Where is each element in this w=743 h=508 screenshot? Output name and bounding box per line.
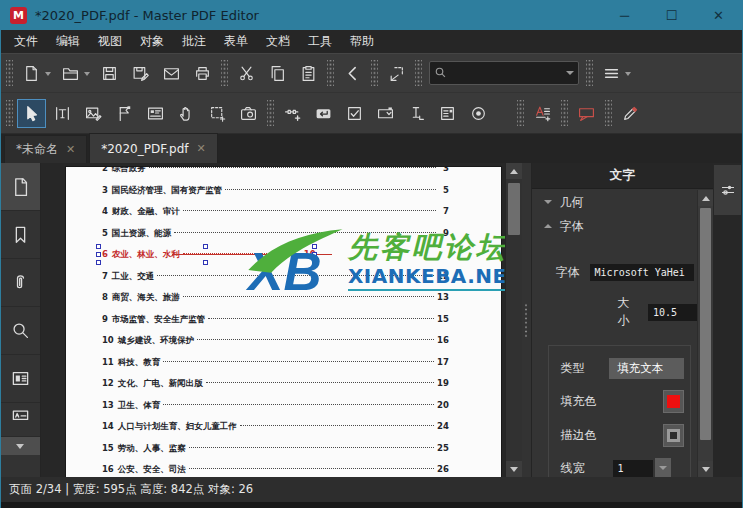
print-button[interactable] bbox=[188, 59, 217, 88]
menu-item-forms[interactable]: 表单 bbox=[215, 30, 257, 53]
document-scrollbar[interactable] bbox=[505, 163, 522, 477]
scrollbar-thumb[interactable] bbox=[508, 183, 520, 235]
sidebar-attachments-button[interactable] bbox=[1, 259, 40, 307]
toolbar-grip[interactable] bbox=[6, 60, 13, 86]
section-font[interactable]: 字体 bbox=[532, 214, 698, 238]
selection-handle[interactable] bbox=[96, 244, 101, 249]
note-add-button[interactable] bbox=[528, 99, 557, 128]
menu-lines-button[interactable] bbox=[597, 59, 626, 88]
toc-row[interactable]: 11科技、教育17 bbox=[102, 352, 449, 374]
scroll-up-button[interactable] bbox=[698, 190, 713, 206]
toc-row[interactable]: 12文化、广电、新闻出版19 bbox=[102, 373, 449, 395]
eraser-pen-button[interactable] bbox=[616, 99, 645, 128]
section-geometry[interactable]: 几何 bbox=[532, 190, 698, 214]
menu-item-object[interactable]: 对象 bbox=[131, 30, 173, 53]
checkbox-button[interactable] bbox=[340, 99, 369, 128]
toolbar-grip[interactable] bbox=[586, 60, 593, 86]
link-add-button[interactable] bbox=[278, 99, 307, 128]
font-size-input[interactable]: 10.5 bbox=[648, 304, 697, 321]
combobox-button[interactable] bbox=[371, 99, 400, 128]
select-arrow-button[interactable] bbox=[17, 99, 46, 128]
toolbar-grip[interactable] bbox=[371, 60, 378, 86]
selection-handle[interactable] bbox=[96, 252, 101, 257]
toolbar-grip[interactable] bbox=[517, 100, 524, 126]
chevron-down-icon[interactable] bbox=[566, 71, 574, 75]
sidebar-form-fields-button[interactable] bbox=[1, 355, 40, 403]
hand-button[interactable] bbox=[172, 99, 201, 128]
sidebar-page-thumbnails-button[interactable] bbox=[1, 163, 40, 211]
toc-row[interactable]: 15劳动、人事、监察25 bbox=[102, 438, 449, 460]
callout-button[interactable] bbox=[572, 99, 601, 128]
toolbar-search-input[interactable] bbox=[447, 67, 566, 79]
line-width-dropdown[interactable] bbox=[655, 458, 671, 477]
menu-item-file[interactable]: 文件 bbox=[5, 30, 47, 53]
properties-tab[interactable] bbox=[714, 165, 741, 215]
menu-item-view[interactable]: 视图 bbox=[89, 30, 131, 53]
toc-row[interactable]: 4财政、金融、审计7 bbox=[102, 201, 449, 223]
menu-item-document[interactable]: 文档 bbox=[257, 30, 299, 53]
titlebar[interactable]: M *2020_PDF.pdf - Master PDF Editor ─☐✕ bbox=[1, 0, 742, 30]
stroke-color-button[interactable] bbox=[663, 424, 684, 447]
form-editor-button[interactable] bbox=[141, 99, 170, 128]
toc-row[interactable]: 16公安、安全、司法26 bbox=[102, 459, 449, 477]
save-button[interactable] bbox=[95, 59, 124, 88]
toc-row[interactable]: 3国民经济管理、国有资产监管5 bbox=[102, 180, 449, 202]
type-select[interactable]: 填充文本 bbox=[609, 358, 684, 379]
snapshot-button[interactable] bbox=[234, 99, 263, 128]
toolbar-grip[interactable] bbox=[6, 100, 13, 126]
maximize-button[interactable]: ☐ bbox=[648, 0, 695, 30]
menu-item-tools[interactable]: 工具 bbox=[299, 30, 341, 53]
toc-row[interactable]: 10城乡建设、环境保护16 bbox=[102, 330, 449, 352]
minimize-button[interactable]: ─ bbox=[601, 0, 648, 30]
fill-color-button[interactable] bbox=[663, 390, 684, 413]
save-as-button[interactable] bbox=[126, 59, 155, 88]
radio-button-button[interactable] bbox=[464, 99, 493, 128]
panel-splitter[interactable] bbox=[522, 163, 531, 477]
open-folder-button[interactable] bbox=[56, 59, 85, 88]
selection-handle[interactable] bbox=[203, 244, 208, 249]
tab-close-icon[interactable]: ✕ bbox=[196, 142, 205, 155]
sidebar-signatures-button[interactable] bbox=[1, 403, 40, 437]
scroll-down-button[interactable] bbox=[698, 461, 713, 477]
sidebar-scroll-down-button[interactable] bbox=[1, 437, 40, 455]
toolbar-grip[interactable] bbox=[605, 100, 612, 126]
edit-image-button[interactable] bbox=[79, 99, 108, 128]
copy-button[interactable] bbox=[263, 59, 292, 88]
tab-2020-pdf[interactable]: *2020_PDF.pdf✕ bbox=[89, 133, 217, 163]
scrollbar-thumb[interactable] bbox=[700, 208, 711, 440]
paste-button[interactable] bbox=[294, 59, 323, 88]
new-document-button[interactable] bbox=[17, 59, 46, 88]
sidebar-bookmarks-button[interactable] bbox=[1, 211, 40, 259]
close-button[interactable]: ✕ bbox=[695, 0, 742, 30]
toolbar-grip[interactable] bbox=[221, 60, 228, 86]
scroll-down-button[interactable] bbox=[506, 461, 522, 477]
tab-untitled[interactable]: *未命名✕ bbox=[4, 135, 87, 163]
toc-row[interactable]: 2综合政务3 bbox=[102, 166, 449, 180]
menu-item-help[interactable]: 帮助 bbox=[341, 30, 383, 53]
toc-row[interactable]: 13卫生、体育20 bbox=[102, 395, 449, 417]
back-button[interactable] bbox=[338, 59, 367, 88]
text-field-button[interactable] bbox=[402, 99, 431, 128]
selection-handle[interactable] bbox=[203, 260, 208, 265]
toolbar-grip[interactable] bbox=[561, 100, 568, 126]
toc-row[interactable]: 14人口与计划生育、妇女儿童工作24 bbox=[102, 416, 449, 438]
edit-text-button[interactable] bbox=[48, 99, 77, 128]
toolbar-grip[interactable] bbox=[327, 60, 334, 86]
edit-path-button[interactable] bbox=[110, 99, 139, 128]
cut-button[interactable] bbox=[232, 59, 261, 88]
enter-key-button[interactable] bbox=[309, 99, 338, 128]
marquee-button[interactable] bbox=[203, 99, 232, 128]
toc-row[interactable]: 9市场监管、安全生产监管15 bbox=[102, 309, 449, 331]
font-family-input[interactable]: Microsoft YaHei bbox=[590, 264, 694, 281]
scroll-up-button[interactable] bbox=[506, 163, 522, 179]
menu-item-edit[interactable]: 编辑 bbox=[47, 30, 89, 53]
menu-item-comment[interactable]: 批注 bbox=[173, 30, 215, 53]
selection-handle[interactable] bbox=[96, 260, 101, 265]
sidebar-search-panel-button[interactable] bbox=[1, 307, 40, 355]
toolbar-grip[interactable] bbox=[415, 60, 422, 86]
email-button[interactable] bbox=[157, 59, 186, 88]
tab-close-icon[interactable]: ✕ bbox=[66, 143, 75, 156]
panel-scrollbar[interactable] bbox=[697, 190, 713, 477]
toolbar-grip[interactable] bbox=[267, 100, 274, 126]
listbox-button[interactable] bbox=[433, 99, 462, 128]
